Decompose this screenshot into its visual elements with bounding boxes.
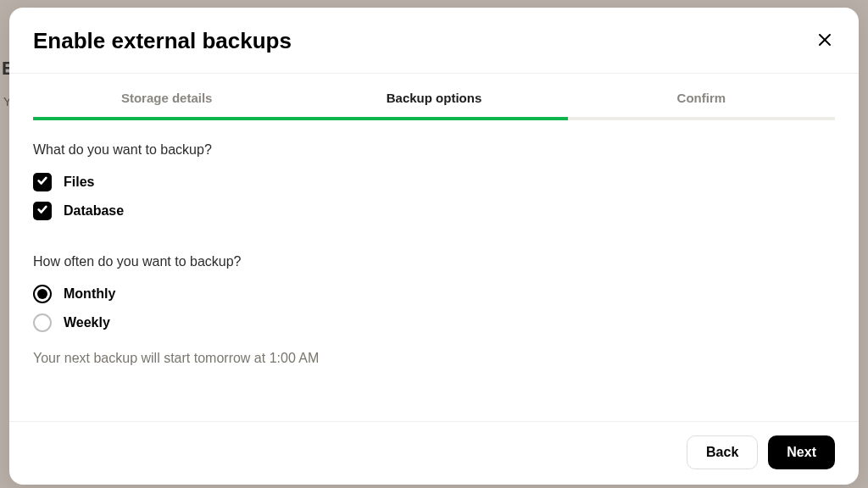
- backup-targets-group: Files Database: [33, 173, 835, 220]
- next-button[interactable]: Next: [768, 435, 835, 469]
- back-button[interactable]: Back: [687, 435, 758, 469]
- backup-modal: Enable external backups Storage details …: [9, 8, 859, 485]
- radio-weekly-circle: [33, 313, 52, 332]
- what-to-backup-label: What do you want to backup?: [33, 142, 835, 158]
- radio-monthly-label: Monthly: [64, 286, 115, 302]
- checkbox-database-box: [33, 202, 52, 220]
- modal-header: Enable external backups: [9, 8, 859, 74]
- frequency-group: Monthly Weekly: [33, 285, 835, 332]
- radio-monthly[interactable]: Monthly: [33, 285, 835, 303]
- close-button[interactable]: [815, 30, 835, 53]
- modal-footer: Back Next: [9, 421, 859, 485]
- checkbox-database-label: Database: [64, 203, 124, 219]
- frequency-label: How often do you want to backup?: [33, 254, 835, 269]
- stepper: Storage details Backup options Confirm: [33, 74, 835, 120]
- check-icon: [36, 175, 48, 190]
- checkbox-files-box: [33, 173, 52, 191]
- close-icon: [818, 33, 832, 49]
- next-backup-hint: Your next backup will start tomorrow at …: [33, 351, 835, 366]
- step-storage-details[interactable]: Storage details: [33, 74, 300, 120]
- checkbox-files-label: Files: [64, 175, 94, 190]
- checkbox-database[interactable]: Database: [33, 202, 835, 220]
- radio-weekly[interactable]: Weekly: [33, 313, 835, 332]
- radio-weekly-label: Weekly: [64, 315, 110, 330]
- step-confirm[interactable]: Confirm: [568, 74, 835, 120]
- checkbox-files[interactable]: Files: [33, 173, 835, 191]
- modal-body: What do you want to backup? Files: [9, 120, 859, 421]
- step-backup-options[interactable]: Backup options: [300, 74, 567, 120]
- radio-dot-icon: [37, 289, 47, 299]
- radio-monthly-circle: [33, 285, 52, 303]
- modal-title: Enable external backups: [33, 28, 292, 54]
- check-icon: [36, 203, 48, 219]
